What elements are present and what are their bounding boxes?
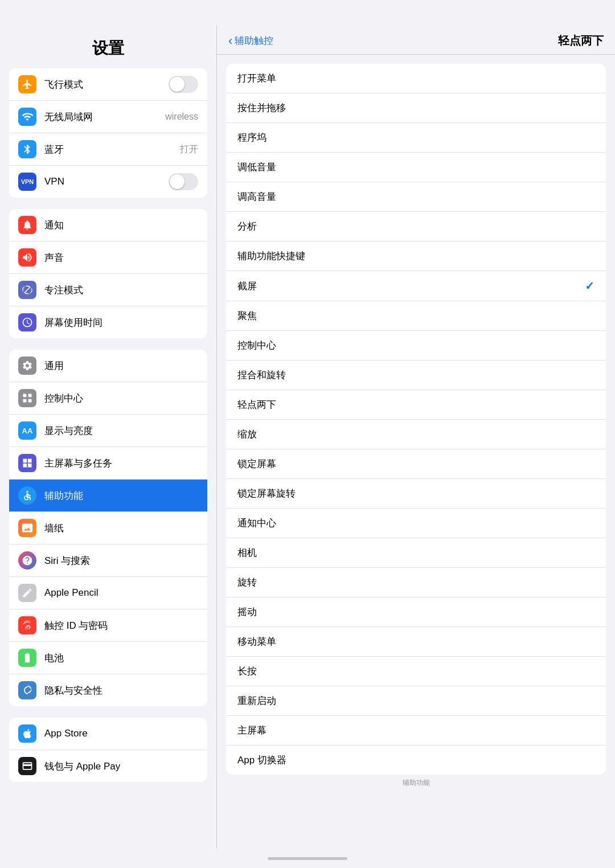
airplane-icon (18, 75, 36, 93)
sidebar-item-notification[interactable]: 通知 (9, 209, 207, 241)
controlcenter-label: 控制中心 (44, 392, 198, 405)
svg-point-4 (26, 491, 28, 493)
sidebar-item-applepencil[interactable]: Apple Pencil (9, 577, 207, 609)
right-item-label-tap-twice: 轻点两下 (237, 398, 594, 411)
sidebar-item-general[interactable]: 通用 (9, 350, 207, 382)
right-list-item-analyze[interactable]: 分析 (226, 212, 606, 241)
sidebar-item-wifi[interactable]: 无线局域网 wireless (9, 101, 207, 133)
right-item-label-camera: 相机 (237, 546, 594, 559)
right-list-item-tap-twice[interactable]: 轻点两下 (226, 390, 606, 420)
display-label: 显示与亮度 (44, 424, 198, 437)
right-list-item-pinch-rotate[interactable]: 捏合和旋转 (226, 361, 606, 390)
airplane-toggle[interactable] (169, 76, 198, 93)
sidebar-item-touchid[interactable]: 触控 ID 与密码 (9, 609, 207, 642)
right-item-label-vol-down: 调低音量 (237, 161, 594, 174)
sidebar-item-wallet[interactable]: 钱包与 Apple Pay (9, 750, 207, 782)
right-list-item-focus[interactable]: 聚焦 (226, 301, 606, 331)
right-panel-content: 打开菜单按住并拖移程序坞调低音量调高音量分析辅助功能快捷键截屏✓聚焦控制中心捏合… (217, 55, 615, 849)
controlcenter-icon (18, 389, 36, 407)
sidebar-item-bluetooth[interactable]: 蓝牙 打开 (9, 133, 207, 166)
right-list-item-notification-center[interactable]: 通知中心 (226, 509, 606, 538)
vpn-toggle[interactable] (169, 173, 198, 190)
right-list-item-app-switcher[interactable]: App 切换器 (226, 746, 606, 775)
right-list-item-long-press[interactable]: 长按 (226, 657, 606, 686)
right-item-label-screenshot: 截屏 (237, 280, 585, 293)
sidebar-item-airplane[interactable]: 飞行模式 (9, 68, 207, 101)
wallet-icon (18, 757, 36, 775)
applepencil-label: Apple Pencil (44, 587, 198, 599)
bluetooth-label: 蓝牙 (44, 143, 175, 156)
right-item-label-pinch-rotate: 捏合和旋转 (237, 369, 594, 382)
right-list-item-home-screen[interactable]: 主屏幕 (226, 716, 606, 746)
right-item-label-analyze: 分析 (237, 220, 594, 233)
right-list-item-shake[interactable]: 摇动 (226, 597, 606, 627)
right-list-item-zoom[interactable]: 缩放 (226, 420, 606, 449)
sidebar-item-sound[interactable]: 声音 (9, 241, 207, 274)
airplane-label: 飞行模式 (44, 78, 164, 91)
right-item-label-zoom: 缩放 (237, 428, 594, 441)
right-item-label-shake: 摇动 (237, 605, 594, 619)
back-button[interactable]: ‹ 辅助触控 (228, 34, 273, 48)
sidebar: 设置 飞行模式 无线局域网 wireless (0, 25, 216, 849)
right-list-item-screenshot[interactable]: 截屏✓ (226, 271, 606, 301)
right-list-item-shortcut[interactable]: 辅助功能快捷键 (226, 241, 606, 271)
right-panel-header: ‹ 辅助触控 轻点两下 (217, 25, 615, 55)
right-item-label-lock-rotate: 锁定屏幕旋转 (237, 487, 594, 500)
right-item-label-shortcut: 辅助功能快捷键 (237, 249, 594, 263)
sidebar-item-battery[interactable]: 电池 (9, 642, 207, 674)
back-chevron-icon: ‹ (228, 34, 232, 48)
right-list-item-open-menu[interactable]: 打开菜单 (226, 64, 606, 93)
right-list-item-vol-up[interactable]: 调高音量 (226, 182, 606, 212)
svg-rect-1 (28, 394, 32, 398)
right-list-item-program-qr[interactable]: 程序坞 (226, 123, 606, 153)
screentime-icon (18, 313, 36, 331)
back-label: 辅助触控 (235, 34, 273, 47)
right-list-item-press-drag[interactable]: 按住并拖移 (226, 93, 606, 123)
right-list-item-camera[interactable]: 相机 (226, 538, 606, 568)
notification-icon (18, 216, 36, 234)
right-item-label-notification-center: 通知中心 (237, 517, 594, 530)
sidebar-section-apps: App Store 钱包与 Apple Pay (9, 718, 207, 782)
sidebar-item-appstore[interactable]: App Store (9, 718, 207, 750)
sidebar-section-settings: 通用 控制中心 AA 显示与亮度 主屏幕与多任务 (9, 350, 207, 706)
sidebar-section-notifications: 通知 声音 专注模式 屏幕使用时间 (9, 209, 207, 338)
right-list-item-context-menu[interactable]: 移动菜单 (226, 627, 606, 657)
applepencil-icon (18, 584, 36, 602)
privacy-label: 隐私与安全性 (44, 684, 198, 697)
sidebar-item-display[interactable]: AA 显示与亮度 (9, 415, 207, 447)
right-item-label-home-screen: 主屏幕 (237, 724, 594, 737)
footer-label: 辅助功能 (217, 775, 615, 791)
sidebar-item-privacy[interactable]: 隐私与安全性 (9, 674, 207, 706)
right-list-item-vol-down[interactable]: 调低音量 (226, 153, 606, 182)
right-item-label-press-drag: 按住并拖移 (237, 101, 594, 114)
right-item-label-focus: 聚焦 (237, 309, 594, 322)
right-list-item-rotate[interactable]: 旋转 (226, 568, 606, 597)
right-list-item-lock-screen[interactable]: 锁定屏幕 (226, 449, 606, 479)
sidebar-item-siri[interactable]: Siri 与搜索 (9, 544, 207, 577)
wifi-icon (18, 108, 36, 126)
right-panel: ‹ 辅助触控 轻点两下 打开菜单按住并拖移程序坞调低音量调高音量分析辅助功能快捷… (217, 25, 615, 849)
sidebar-item-screentime[interactable]: 屏幕使用时间 (9, 306, 207, 338)
right-item-label-lock-screen: 锁定屏幕 (237, 457, 594, 470)
screentime-label: 屏幕使用时间 (44, 316, 198, 329)
right-list-item-restart[interactable]: 重新启动 (226, 686, 606, 716)
sidebar-item-homescreen[interactable]: 主屏幕与多任务 (9, 447, 207, 480)
svg-rect-0 (23, 394, 27, 398)
sidebar-item-accessibility[interactable]: 辅助功能 (9, 480, 207, 512)
airplane-toggle-thumb (170, 77, 184, 92)
accessibility-icon (18, 486, 36, 505)
siri-icon (18, 551, 36, 570)
bottom-bar (0, 849, 615, 868)
sidebar-item-vpn[interactable]: VPN VPN (9, 166, 207, 198)
bluetooth-value: 打开 (180, 144, 198, 155)
battery-icon (18, 649, 36, 667)
sidebar-item-wallpaper[interactable]: 墙纸 (9, 512, 207, 544)
sidebar-item-focus[interactable]: 专注模式 (9, 274, 207, 306)
display-icon: AA (18, 421, 36, 440)
touchid-icon (18, 616, 36, 634)
right-list-item-lock-rotate[interactable]: 锁定屏幕旋转 (226, 479, 606, 509)
sidebar-item-controlcenter[interactable]: 控制中心 (9, 382, 207, 415)
right-list-item-control-center[interactable]: 控制中心 (226, 331, 606, 361)
homescreen-icon (18, 454, 36, 472)
touchid-label: 触控 ID 与密码 (44, 619, 198, 632)
